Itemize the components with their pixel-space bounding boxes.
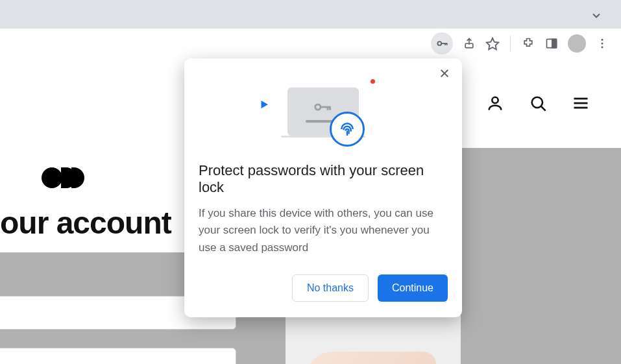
- kebab-menu-icon[interactable]: [595, 36, 609, 51]
- svg-point-9: [602, 43, 603, 45]
- text-input-2[interactable]: [0, 348, 236, 364]
- sidepanel-icon[interactable]: [544, 36, 559, 51]
- svg-point-8: [602, 39, 603, 41]
- share-icon[interactable]: [462, 36, 476, 51]
- person-icon[interactable]: [486, 94, 504, 112]
- svg-line-13: [541, 106, 545, 110]
- svg-point-20: [315, 104, 321, 110]
- popup-body: If you share this device with others, yo…: [199, 205, 448, 256]
- popup-illustration: [199, 73, 448, 151]
- red-dot-icon: [371, 79, 375, 84]
- fingerprint-icon: [330, 112, 365, 147]
- tab-strip: [0, 0, 621, 29]
- no-thanks-button[interactable]: No thanks: [292, 274, 369, 302]
- profile-avatar[interactable]: [568, 34, 586, 53]
- hamburger-icon[interactable]: [572, 94, 590, 112]
- popup-title: Protect passwords with your screen lock: [199, 162, 448, 196]
- extensions-icon[interactable]: [521, 36, 535, 51]
- popup-actions: No thanks Continue: [199, 274, 448, 302]
- star-icon[interactable]: [485, 36, 500, 51]
- chevron-down-icon[interactable]: [590, 9, 603, 25]
- svg-rect-7: [552, 39, 557, 47]
- svg-marker-19: [262, 101, 269, 108]
- play-icon: [258, 99, 270, 113]
- search-icon[interactable]: [529, 94, 547, 112]
- screen-lock-popup: Protect passwords with your screen lock …: [184, 58, 462, 317]
- continue-button[interactable]: Continue: [378, 274, 448, 302]
- divider: [510, 36, 511, 51]
- svg-point-12: [532, 97, 542, 108]
- password-key-button[interactable]: [431, 32, 453, 55]
- svg-marker-5: [487, 38, 498, 49]
- svg-point-11: [492, 97, 498, 103]
- svg-point-0: [437, 42, 441, 45]
- svg-point-10: [602, 46, 603, 48]
- browser-toolbar: [0, 29, 621, 58]
